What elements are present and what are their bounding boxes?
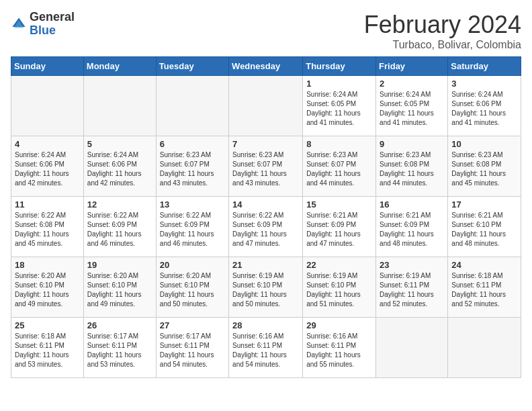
day-number: 26 [87, 320, 152, 330]
day-info: Sunrise: 6:22 AM Sunset: 6:09 PM Dayligh… [160, 211, 225, 248]
calendar-cell: 18Sunrise: 6:20 AM Sunset: 6:10 PM Dayli… [11, 257, 84, 318]
calendar-header: SundayMondayTuesdayWednesdayThursdayFrid… [11, 57, 521, 76]
calendar-cell: 25Sunrise: 6:18 AM Sunset: 6:11 PM Dayli… [11, 318, 84, 378]
calendar-cell: 16Sunrise: 6:21 AM Sunset: 6:09 PM Dayli… [376, 197, 448, 257]
calendar-subtitle: Turbaco, Bolivar, Colombia [364, 39, 521, 51]
day-info: Sunrise: 6:22 AM Sunset: 6:09 PM Dayligh… [87, 211, 152, 248]
day-info: Sunrise: 6:16 AM Sunset: 6:11 PM Dayligh… [306, 332, 372, 369]
calendar-cell [156, 76, 228, 136]
calendar-cell: 5Sunrise: 6:24 AM Sunset: 6:06 PM Daylig… [83, 136, 156, 197]
calendar-body: 1Sunrise: 6:24 AM Sunset: 6:05 PM Daylig… [11, 76, 521, 378]
day-number: 17 [451, 199, 517, 210]
day-number: 15 [306, 199, 372, 210]
day-number: 7 [232, 139, 299, 149]
day-info: Sunrise: 6:24 AM Sunset: 6:05 PM Dayligh… [306, 90, 372, 128]
day-number: 9 [380, 139, 444, 149]
day-number: 3 [451, 79, 517, 89]
calendar-cell: 28Sunrise: 6:16 AM Sunset: 6:11 PM Dayli… [229, 318, 303, 378]
calendar-cell: 1Sunrise: 6:24 AM Sunset: 6:05 PM Daylig… [303, 76, 376, 136]
calendar-cell: 14Sunrise: 6:22 AM Sunset: 6:09 PM Dayli… [229, 197, 303, 257]
day-info: Sunrise: 6:23 AM Sunset: 6:07 PM Dayligh… [232, 150, 299, 188]
calendar-cell: 21Sunrise: 6:19 AM Sunset: 6:10 PM Dayli… [229, 257, 303, 318]
day-info: Sunrise: 6:21 AM Sunset: 6:10 PM Dayligh… [451, 211, 517, 248]
title-section: February 2024 Turbaco, Bolivar, Colombia [364, 11, 521, 51]
day-number: 23 [380, 260, 444, 270]
day-number: 18 [15, 260, 80, 270]
day-number: 1 [306, 79, 372, 89]
calendar-cell: 9Sunrise: 6:23 AM Sunset: 6:08 PM Daylig… [376, 136, 448, 197]
weekday-row: SundayMondayTuesdayWednesdayThursdayFrid… [11, 57, 521, 76]
calendar-cell: 11Sunrise: 6:22 AM Sunset: 6:08 PM Dayli… [11, 197, 84, 257]
day-info: Sunrise: 6:21 AM Sunset: 6:09 PM Dayligh… [380, 211, 444, 248]
day-info: Sunrise: 6:18 AM Sunset: 6:11 PM Dayligh… [15, 332, 80, 369]
day-number: 22 [306, 260, 372, 270]
calendar-cell: 26Sunrise: 6:17 AM Sunset: 6:11 PM Dayli… [83, 318, 156, 378]
day-info: Sunrise: 6:20 AM Sunset: 6:10 PM Dayligh… [160, 271, 225, 309]
calendar-cell [229, 76, 303, 136]
weekday-header-wednesday: Wednesday [229, 57, 303, 76]
day-info: Sunrise: 6:19 AM Sunset: 6:10 PM Dayligh… [232, 271, 299, 309]
day-info: Sunrise: 6:18 AM Sunset: 6:11 PM Dayligh… [451, 271, 517, 309]
day-number: 29 [306, 320, 372, 330]
calendar-week-3: 11Sunrise: 6:22 AM Sunset: 6:08 PM Dayli… [11, 197, 521, 257]
day-number: 8 [306, 139, 372, 149]
day-info: Sunrise: 6:24 AM Sunset: 6:06 PM Dayligh… [87, 150, 152, 188]
logo-text: General Blue [30, 11, 75, 38]
day-number: 25 [15, 320, 80, 330]
day-number: 14 [232, 199, 299, 210]
calendar-cell [376, 318, 448, 378]
page-header: General Blue February 2024 Turbaco, Boli… [11, 11, 521, 51]
calendar-cell: 15Sunrise: 6:21 AM Sunset: 6:09 PM Dayli… [303, 197, 376, 257]
calendar-cell: 13Sunrise: 6:22 AM Sunset: 6:09 PM Dayli… [156, 197, 228, 257]
weekday-header-monday: Monday [83, 57, 156, 76]
calendar-cell: 20Sunrise: 6:20 AM Sunset: 6:10 PM Dayli… [156, 257, 228, 318]
day-info: Sunrise: 6:20 AM Sunset: 6:10 PM Dayligh… [87, 271, 152, 309]
day-info: Sunrise: 6:22 AM Sunset: 6:09 PM Dayligh… [232, 211, 299, 248]
logo-general: General [30, 11, 75, 24]
calendar-cell: 3Sunrise: 6:24 AM Sunset: 6:06 PM Daylig… [448, 76, 521, 136]
calendar-cell: 12Sunrise: 6:22 AM Sunset: 6:09 PM Dayli… [83, 197, 156, 257]
calendar-cell: 4Sunrise: 6:24 AM Sunset: 6:06 PM Daylig… [11, 136, 84, 197]
weekday-header-sunday: Sunday [11, 57, 84, 76]
day-info: Sunrise: 6:19 AM Sunset: 6:11 PM Dayligh… [380, 271, 444, 309]
calendar-cell: 27Sunrise: 6:17 AM Sunset: 6:11 PM Dayli… [156, 318, 228, 378]
logo-icon [11, 16, 27, 32]
day-info: Sunrise: 6:23 AM Sunset: 6:07 PM Dayligh… [160, 150, 225, 188]
weekday-header-saturday: Saturday [448, 57, 521, 76]
day-info: Sunrise: 6:20 AM Sunset: 6:10 PM Dayligh… [15, 271, 80, 309]
calendar-cell: 19Sunrise: 6:20 AM Sunset: 6:10 PM Dayli… [83, 257, 156, 318]
logo: General Blue [11, 11, 75, 38]
day-number: 11 [15, 199, 80, 210]
calendar-cell [448, 318, 521, 378]
calendar-cell: 22Sunrise: 6:19 AM Sunset: 6:10 PM Dayli… [303, 257, 376, 318]
day-info: Sunrise: 6:22 AM Sunset: 6:08 PM Dayligh… [15, 211, 80, 248]
day-info: Sunrise: 6:16 AM Sunset: 6:11 PM Dayligh… [232, 332, 299, 369]
calendar-cell [11, 76, 84, 136]
calendar-table: SundayMondayTuesdayWednesdayThursdayFrid… [11, 56, 521, 378]
calendar-cell: 7Sunrise: 6:23 AM Sunset: 6:07 PM Daylig… [229, 136, 303, 197]
calendar-title: February 2024 [364, 11, 521, 39]
calendar-cell: 23Sunrise: 6:19 AM Sunset: 6:11 PM Dayli… [376, 257, 448, 318]
calendar-cell: 29Sunrise: 6:16 AM Sunset: 6:11 PM Dayli… [303, 318, 376, 378]
day-number: 27 [160, 320, 225, 330]
day-number: 24 [451, 260, 517, 270]
day-number: 4 [15, 139, 80, 149]
day-info: Sunrise: 6:19 AM Sunset: 6:10 PM Dayligh… [306, 271, 372, 309]
day-info: Sunrise: 6:17 AM Sunset: 6:11 PM Dayligh… [160, 332, 225, 369]
calendar-cell: 8Sunrise: 6:23 AM Sunset: 6:07 PM Daylig… [303, 136, 376, 197]
day-number: 5 [87, 139, 152, 149]
weekday-header-friday: Friday [376, 57, 448, 76]
day-info: Sunrise: 6:21 AM Sunset: 6:09 PM Dayligh… [306, 211, 372, 248]
day-info: Sunrise: 6:23 AM Sunset: 6:08 PM Dayligh… [380, 150, 444, 188]
day-number: 6 [160, 139, 225, 149]
day-info: Sunrise: 6:17 AM Sunset: 6:11 PM Dayligh… [87, 332, 152, 369]
day-number: 16 [380, 199, 444, 210]
calendar-week-4: 18Sunrise: 6:20 AM Sunset: 6:10 PM Dayli… [11, 257, 521, 318]
calendar-cell [83, 76, 156, 136]
calendar-cell: 17Sunrise: 6:21 AM Sunset: 6:10 PM Dayli… [448, 197, 521, 257]
day-info: Sunrise: 6:23 AM Sunset: 6:07 PM Dayligh… [306, 150, 372, 188]
day-info: Sunrise: 6:24 AM Sunset: 6:05 PM Dayligh… [380, 90, 444, 128]
day-number: 20 [160, 260, 225, 270]
calendar-cell: 2Sunrise: 6:24 AM Sunset: 6:05 PM Daylig… [376, 76, 448, 136]
day-number: 12 [87, 199, 152, 210]
